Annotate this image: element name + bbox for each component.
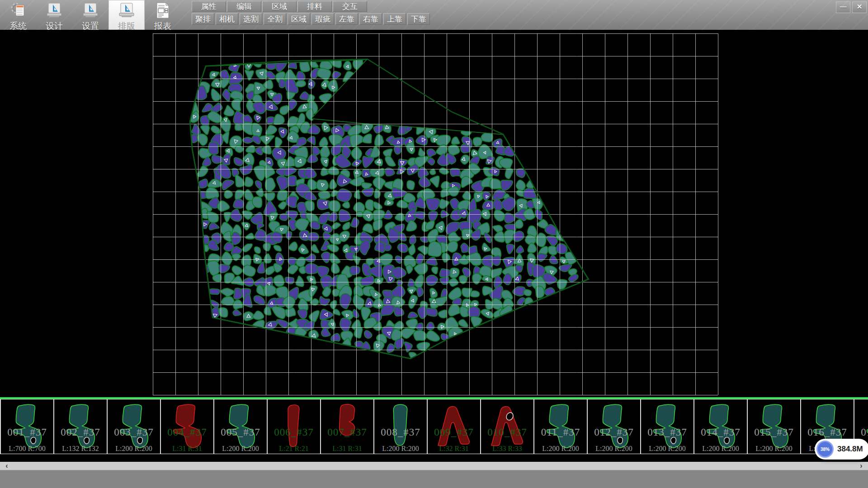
scroll-left-button[interactable]: ‹ [0, 462, 14, 470]
piece-label: 017_#37 [854, 427, 868, 438]
mode-button-label: 系统 [9, 22, 27, 31]
thumbnail-cell[interactable]: 011_#37L:200 R:200 [534, 399, 588, 454]
mode-button-设计[interactable]: 设计 [36, 0, 72, 30]
nesting-ruler-icon [118, 1, 136, 21]
piece-thumbnail-strip: 001_#37L:700 R:700002_#37L:132 R:132003_… [0, 399, 868, 454]
tool-button-右靠[interactable]: 右靠 [359, 13, 382, 25]
piece-label: 009_#37 [428, 427, 480, 438]
piece-quantity: L:33 R:33 [481, 445, 533, 453]
thumbnail-cell[interactable]: 010_#37L:33 R:33 [481, 399, 534, 454]
main-mode-buttons: 系统设计设置排版报表 [0, 0, 181, 30]
mode-button-报表[interactable]: 报表 [145, 0, 181, 30]
piece-label: 014_#37 [694, 427, 747, 438]
nesting-application-window: 系统设计设置排版报表 属性编辑区域排料交互 聚排相机选割全割区域瑕疵左靠右靠上靠… [0, 0, 868, 488]
thumbnail-cell[interactable]: 006_#37L:21 R:21 [268, 399, 321, 454]
menu-tab-编辑[interactable]: 编辑 [227, 1, 261, 12]
piece-label: 004_#37 [161, 427, 213, 438]
thumbnail-cell[interactable]: 008_#37L:200 R:200 [374, 399, 428, 454]
mode-button-label: 设置 [82, 22, 99, 31]
piece-quantity: L:700 R:700 [1, 445, 53, 453]
minimize-button[interactable]: — [836, 1, 850, 13]
tool-button-区域[interactable]: 区域 [288, 13, 310, 25]
thumbnail-cell[interactable]: 007_#37L:31 R:31 [321, 399, 374, 454]
tool-button-左靠[interactable]: 左靠 [335, 13, 358, 25]
tool-button-下靠[interactable]: 下靠 [407, 13, 430, 25]
thumbnail-cell[interactable]: 012_#37L:200 R:200 [588, 399, 641, 454]
design-ruler-icon [45, 1, 63, 21]
menu-rows: 属性编辑区域排料交互 聚排相机选割全割区域瑕疵左靠右靠上靠下靠 [192, 0, 430, 25]
piece-label: 015_#37 [748, 427, 800, 438]
thumbnail-cell[interactable]: 009_#37L:32 R:31 [428, 399, 481, 454]
piece-quantity: L:200 R:200 [534, 445, 587, 453]
piece-quantity: L:200 R:200 [214, 445, 267, 453]
piece-label: 002_#37 [54, 427, 107, 438]
piece-quantity: L:200 R:200 [748, 445, 800, 453]
piece-quantity: L:200 R:200 [108, 445, 160, 453]
tool-button-上靠[interactable]: 上靠 [383, 13, 406, 25]
report-doc-icon [154, 1, 172, 21]
tool-button-聚排[interactable]: 聚排 [192, 13, 214, 25]
mode-button-设置[interactable]: 设置 [72, 0, 108, 30]
piece-quantity: L:32 R:31 [428, 445, 480, 453]
window-controls: — ✕ [836, 1, 867, 13]
mode-button-排版[interactable]: 排版 [108, 0, 145, 30]
progress-size-label: 384.8M [837, 445, 863, 454]
tool-button-瑕疵[interactable]: 瑕疵 [311, 13, 334, 25]
piece-label: 003_#37 [108, 427, 160, 438]
piece-quantity: L:31 R:31 [161, 445, 213, 453]
piece-label: 005_#37 [214, 427, 267, 438]
piece-quantity: L:200 R:200 [694, 445, 747, 453]
thumbnail-cell[interactable]: 014_#37L:200 R:200 [694, 399, 748, 454]
scroll-right-button[interactable]: › [854, 462, 868, 470]
menu-tab-交互[interactable]: 交互 [333, 1, 367, 12]
menu-tab-区域[interactable]: 区域 [262, 1, 297, 12]
piece-label: 013_#37 [641, 427, 693, 438]
thumbnail-cell[interactable]: 003_#37L:200 R:200 [108, 399, 161, 454]
piece-quantity: L:200 R:200 [588, 445, 640, 453]
thumbnail-cell[interactable]: 005_#37L:200 R:200 [214, 399, 268, 454]
tool-button-选割[interactable]: 选割 [240, 13, 262, 25]
piece-label: 007_#37 [321, 427, 373, 438]
piece-quantity: L:132 R:132 [54, 445, 107, 453]
mode-button-label: 报表 [154, 22, 171, 31]
tool-button-全割[interactable]: 全割 [264, 13, 286, 25]
piece-label: 012_#37 [588, 427, 640, 438]
progress-percent: 38% [821, 447, 830, 452]
mode-button-label: 排版 [118, 22, 135, 31]
thumbnail-cell[interactable]: 001_#37L:700 R:700 [0, 399, 54, 454]
piece-label: 011_#37 [534, 427, 587, 438]
system-gear-icon [9, 1, 27, 21]
nesting-canvas[interactable] [0, 30, 868, 397]
toolbar: 系统设计设置排版报表 属性编辑区域排料交互 聚排相机选割全割区域瑕疵左靠右靠上靠… [0, 0, 868, 30]
thumbnail-cell[interactable]: 004_#37L:31 R:31 [161, 399, 214, 454]
piece-label: 008_#37 [374, 427, 427, 438]
mode-button-系统[interactable]: 系统 [0, 0, 36, 30]
menu-tab-排料[interactable]: 排料 [297, 1, 332, 12]
piece-label: 006_#37 [268, 427, 320, 438]
piece-quantity: L:200 R:200 [374, 445, 427, 453]
mode-button-label: 设计 [46, 22, 63, 31]
thumbnail-cell[interactable]: 002_#37L:132 R:132 [54, 399, 108, 454]
piece-quantity: L:31 R:31 [321, 445, 373, 453]
thumbnail-cell[interactable]: 015_#37L:200 R:200 [748, 399, 801, 454]
menu-tab-row: 属性编辑区域排料交互 [192, 1, 430, 12]
piece-quantity: L:21 R:21 [268, 445, 320, 453]
tool-button-相机[interactable]: 相机 [216, 13, 238, 25]
status-bar [0, 470, 868, 488]
piece-quantity: L:200 R:200 [641, 445, 693, 453]
piece-label: 016_#37 [801, 427, 854, 438]
piece-label: 010_#37 [481, 427, 533, 438]
horizontal-scrollbar[interactable]: ‹ › [0, 462, 868, 470]
tool-button-row: 聚排相机选割全割区域瑕疵左靠右靠上靠下靠 [192, 13, 430, 25]
settings-ruler-icon [81, 1, 99, 21]
download-progress-badge[interactable]: 38% 384.8M [815, 439, 868, 460]
piece-label: 001_#37 [1, 427, 53, 438]
thumbnail-cell[interactable]: 013_#37L:200 R:200 [641, 399, 694, 454]
progress-circle-icon: 38% [816, 441, 834, 458]
menu-tab-属性[interactable]: 属性 [192, 1, 226, 12]
close-button[interactable]: ✕ [852, 1, 867, 13]
